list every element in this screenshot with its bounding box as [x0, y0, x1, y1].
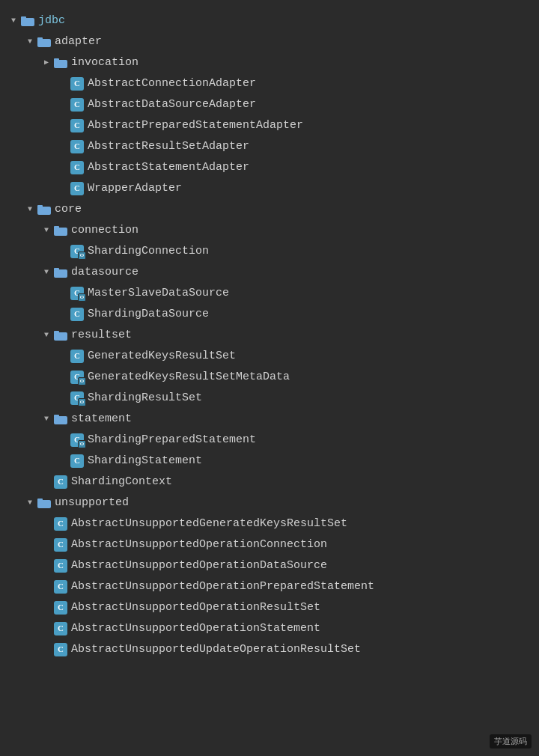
- class-AbstractUnsupportedOperationResultSet[interactable]: C AbstractUnsupportedOperationResultSet: [7, 597, 532, 618]
- label-ShardingResultSet: ShardingResultSet: [88, 389, 202, 407]
- unsupported-arrow[interactable]: [24, 497, 36, 509]
- label-AbstractUnsupportedGeneratedKeysResultSet: AbstractUnsupportedGeneratedKeysResultSe…: [71, 515, 347, 533]
- class-AbstractDataSourceAdapter[interactable]: C AbstractDataSourceAdapter: [7, 94, 532, 115]
- class-ShardingDataSource[interactable]: C ShardingDataSource: [7, 304, 532, 325]
- label-AbstractUnsupportedOperationConnection: AbstractUnsupportedOperationConnection: [71, 536, 327, 554]
- class-icon-GeneratedKeysResultSetMetaData: C O: [70, 371, 84, 384]
- svg-rect-3: [37, 37, 43, 40]
- class-AbstractUnsupportedUpdateOperationResultSet[interactable]: C AbstractUnsupportedUpdateOperationResu…: [7, 639, 532, 660]
- core-folder-icon: [37, 204, 51, 215]
- class-icon-ShardingDataSource: C: [70, 308, 84, 321]
- class-icon-AbstractUnsupportedOperationDataSource: C: [54, 559, 67, 573]
- class-WrapperAdapter[interactable]: C WrapperAdapter: [7, 178, 532, 199]
- svg-rect-13: [54, 331, 59, 334]
- label-AbstractDataSourceAdapter: AbstractDataSourceAdapter: [88, 96, 256, 114]
- class-icon-AbstractUnsupportedUpdateOperationResultSet: C: [54, 643, 67, 656]
- class-icon-WrapperAdapter: C: [70, 182, 84, 195]
- class-icon-AbstractUnsupportedOperationConnection: C: [54, 538, 67, 552]
- class-GeneratedKeysResultSetMetaData[interactable]: C O GeneratedKeysResultSetMetaData: [7, 367, 532, 388]
- class-icon-AbstractUnsupportedGeneratedKeysResultSet: C: [54, 517, 67, 531]
- class-icon-AbstractPreparedStatementAdapter: C: [70, 119, 84, 132]
- label-GeneratedKeysResultSetMetaData: GeneratedKeysResultSetMetaData: [88, 368, 290, 386]
- folder-statement[interactable]: statement: [7, 409, 532, 430]
- class-icon-MasterSlaveDataSource: C O: [70, 287, 84, 300]
- label-WrapperAdapter: WrapperAdapter: [88, 180, 182, 198]
- invocation-folder-icon: [54, 58, 67, 68]
- class-AbstractResultSetAdapter[interactable]: C AbstractResultSetAdapter: [7, 136, 532, 157]
- core-label: core: [55, 201, 82, 219]
- label-AbstractStatementAdapter: AbstractStatementAdapter: [88, 159, 249, 177]
- class-icon-AbstractUnsupportedOperationResultSet: C: [54, 601, 67, 615]
- label-ShardingDataSource: ShardingDataSource: [88, 305, 209, 323]
- root-arrow[interactable]: [7, 15, 19, 27]
- adapter-arrow[interactable]: [24, 36, 36, 48]
- adapter-folder-icon: [37, 37, 51, 47]
- class-icon-GeneratedKeysResultSet: C: [70, 350, 84, 363]
- datasource-arrow[interactable]: [40, 266, 52, 278]
- connection-folder-icon: [54, 225, 67, 236]
- class-icon-AbstractResultSetAdapter: C: [70, 140, 84, 153]
- class-AbstractStatementAdapter[interactable]: C AbstractStatementAdapter: [7, 157, 532, 178]
- svg-rect-15: [54, 415, 59, 418]
- class-icon-AbstractDataSourceAdapter: C: [70, 98, 84, 112]
- class-AbstractConnectionAdapter[interactable]: C AbstractConnectionAdapter: [7, 73, 532, 94]
- resultset-folder-icon: [54, 330, 67, 341]
- label-AbstractUnsupportedUpdateOperationResultSet: AbstractUnsupportedUpdateOperationResult…: [71, 641, 361, 659]
- label-GeneratedKeysResultSet: GeneratedKeysResultSet: [88, 347, 236, 365]
- label-AbstractResultSetAdapter: AbstractResultSetAdapter: [88, 138, 249, 156]
- statement-label: statement: [71, 410, 132, 428]
- class-icon-ShardingConnection: C O: [70, 245, 84, 258]
- svg-rect-5: [54, 58, 59, 61]
- label-ShardingPreparedStatement: ShardingPreparedStatement: [88, 431, 256, 449]
- statement-folder-icon: [54, 414, 67, 424]
- class-AbstractUnsupportedGeneratedKeysResultSet[interactable]: C AbstractUnsupportedGeneratedKeysResult…: [7, 513, 532, 534]
- label-AbstractUnsupportedOperationPreparedStatement: AbstractUnsupportedOperationPreparedStat…: [71, 578, 374, 596]
- invocation-arrow[interactable]: [40, 57, 52, 69]
- svg-rect-11: [54, 268, 59, 271]
- class-AbstractUnsupportedOperationStatement[interactable]: C AbstractUnsupportedOperationStatement: [7, 618, 532, 639]
- folder-connection[interactable]: connection: [7, 220, 532, 241]
- folder-invocation[interactable]: invocation: [7, 52, 532, 73]
- invocation-label: invocation: [71, 54, 138, 72]
- adapter-label: adapter: [55, 33, 102, 51]
- folder-unsupported[interactable]: unsupported: [7, 493, 532, 513]
- class-ShardingContext[interactable]: C ShardingContext: [7, 472, 532, 493]
- class-AbstractPreparedStatementAdapter[interactable]: C AbstractPreparedStatementAdapter: [7, 115, 532, 136]
- file-tree: jdbc adapter invocation C AbstractConnec…: [0, 6, 539, 665]
- folder-resultset[interactable]: resultset: [7, 325, 532, 346]
- class-icon-ShardingPreparedStatement: C O: [70, 433, 84, 447]
- class-ShardingConnection[interactable]: C O ShardingConnection: [7, 241, 532, 262]
- class-MasterSlaveDataSource[interactable]: C O MasterSlaveDataSource: [7, 283, 532, 304]
- unsupported-label: unsupported: [55, 494, 129, 512]
- svg-rect-7: [37, 205, 43, 208]
- statement-arrow[interactable]: [40, 413, 52, 425]
- class-AbstractUnsupportedOperationDataSource[interactable]: C AbstractUnsupportedOperationDataSource: [7, 555, 532, 576]
- folder-core[interactable]: core: [7, 199, 532, 220]
- class-icon-AbstractStatementAdapter: C: [70, 161, 84, 174]
- svg-rect-1: [21, 16, 26, 19]
- label-ShardingConnection: ShardingConnection: [88, 243, 209, 260]
- label-AbstractConnectionAdapter: AbstractConnectionAdapter: [88, 75, 256, 93]
- svg-rect-9: [54, 226, 59, 229]
- class-ShardingResultSet[interactable]: C O ShardingResultSet: [7, 388, 532, 409]
- connection-arrow[interactable]: [40, 225, 52, 237]
- class-ShardingPreparedStatement[interactable]: C O ShardingPreparedStatement: [7, 430, 532, 451]
- class-icon-AbstractConnectionAdapter: C: [70, 77, 84, 91]
- watermark: 芋道源码: [490, 734, 532, 749]
- class-ShardingStatement[interactable]: C ShardingStatement: [7, 451, 532, 472]
- resultset-arrow[interactable]: [40, 329, 52, 341]
- folder-datasource[interactable]: datasource: [7, 262, 532, 283]
- class-AbstractUnsupportedOperationPreparedStatement[interactable]: C AbstractUnsupportedOperationPreparedSt…: [7, 576, 532, 597]
- tree-root[interactable]: jdbc: [7, 10, 532, 31]
- class-icon-ShardingContext: C: [54, 475, 67, 489]
- root-folder-icon: [21, 16, 34, 26]
- datasource-folder-icon: [54, 267, 67, 278]
- datasource-label: datasource: [71, 263, 138, 281]
- class-icon-AbstractUnsupportedOperationStatement: C: [54, 622, 67, 635]
- folder-adapter[interactable]: adapter: [7, 31, 532, 52]
- class-GeneratedKeysResultSet[interactable]: C GeneratedKeysResultSet: [7, 346, 532, 367]
- class-AbstractUnsupportedOperationConnection[interactable]: C AbstractUnsupportedOperationConnection: [7, 534, 532, 555]
- core-arrow[interactable]: [24, 204, 36, 216]
- label-MasterSlaveDataSource: MasterSlaveDataSource: [88, 284, 229, 302]
- label-ShardingStatement: ShardingStatement: [88, 452, 202, 470]
